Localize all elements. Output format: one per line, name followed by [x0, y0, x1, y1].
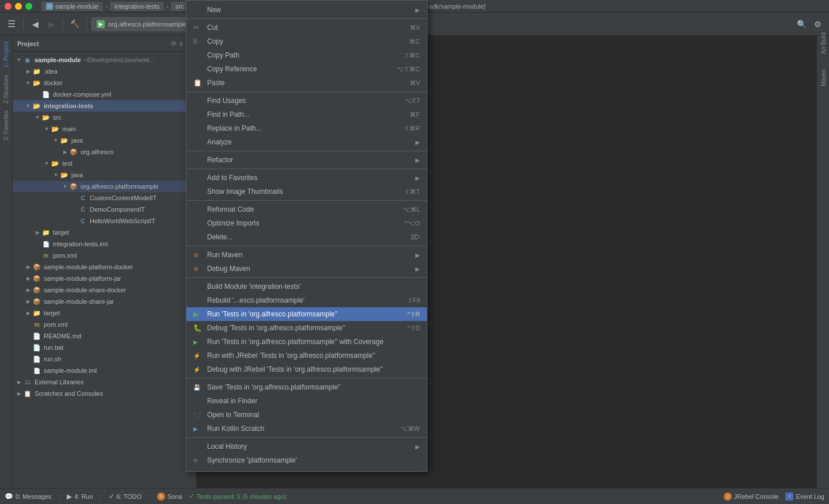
todo-status[interactable]: ✓ 6: TODO [109, 492, 142, 501]
expand-arrow[interactable]: ▼ [33, 114, 41, 120]
maven-icon[interactable]: Maven [818, 72, 828, 83]
menu-item-open-terminal[interactable]: ⬛ Open in Terminal [186, 408, 427, 422]
jrebel-console-status[interactable]: J JRebel Console [724, 492, 779, 501]
tree-item-docker[interactable]: ▼ 📂 docker [13, 77, 196, 89]
expand-arrow[interactable]: ▶ [15, 391, 23, 396]
menu-item-reformat[interactable]: Reformat Code ⌥⌘L [186, 203, 427, 216]
build-btn[interactable]: 🔨 [68, 17, 82, 31]
expand-arrow[interactable]: ▶ [24, 299, 32, 304]
maximize-button[interactable] [25, 3, 32, 10]
expand-arrow[interactable]: ▼ [15, 57, 23, 63]
expand-arrow[interactable]: ▶ [24, 264, 32, 270]
tree-item-sample-module[interactable]: ▼ ◉ sample-module ~/Development/Java/wor… [13, 54, 196, 66]
back-btn[interactable]: ◀ [28, 17, 42, 31]
tree-item-java-main[interactable]: ▼ 📂 java [13, 135, 196, 146]
messages-status[interactable]: 💬 0: Messages [5, 492, 51, 501]
settings-panel-icon[interactable]: ≡ [179, 40, 183, 48]
tree-item-run-sh[interactable]: ▶ 📄 run.sh [13, 353, 196, 365]
tree-item-share-docker[interactable]: ▶ 📦 sample-module-share-docker [13, 284, 196, 296]
tree-item-java-test[interactable]: ▼ 📂 java [13, 169, 196, 181]
art-build-icon[interactable]: Art Build [818, 38, 828, 48]
favorites-tool-tab[interactable]: 2: Favorites [2, 107, 10, 144]
expand-arrow[interactable]: ▼ [52, 172, 60, 178]
tree-item-org-alfresco[interactable]: ▶ 📦 org.alfresco [13, 146, 196, 158]
menu-item-analyze[interactable]: Analyze ▶ [186, 135, 427, 149]
tab-integration-tests[interactable]: integration-tests [110, 2, 164, 11]
tree-item-integration-tests[interactable]: ▼ 📂 integration-tests [13, 100, 196, 112]
expand-arrow[interactable]: ▶ [15, 379, 23, 385]
tree-item-external-libs[interactable]: ▶ 🗂 External Libraries [13, 376, 196, 388]
tree-item-HelloWorldWebScriptIT[interactable]: ▶ C HelloWorldWebScriptIT [13, 215, 196, 227]
tree-item-target-it[interactable]: ▶ 📁 target [13, 227, 196, 238]
forward-btn[interactable]: ▶ [44, 17, 58, 31]
tree-item-target[interactable]: ▶ 📁 target [13, 307, 196, 319]
expand-arrow[interactable]: ▶ [33, 230, 41, 235]
tree-item-platform-docker[interactable]: ▶ 📦 sample-module-platform-docker [13, 261, 196, 273]
menu-item-delete[interactable]: Delete... ⌦ [186, 230, 427, 244]
menu-btn[interactable]: ☰ [5, 17, 18, 31]
menu-item-cut[interactable]: ✂ Cut ⌘X [186, 21, 427, 35]
menu-item-run-coverage[interactable]: ▶ Run 'Tests in 'org.alfresco.platformsa… [186, 335, 427, 349]
tree-item-DemoComponentIT[interactable]: ▶ C DemoComponentIT [13, 204, 196, 215]
expand-arrow[interactable]: ▶ [61, 149, 69, 155]
tab-sample-module[interactable]: m sample-module [41, 2, 103, 11]
menu-item-rebuild[interactable]: Rebuild '...esco.platformsample' ⇧F9 [186, 293, 427, 307]
menu-item-paste[interactable]: 📋 Paste ⌘V [186, 76, 427, 90]
tree-item-docker-compose[interactable]: ▶ 📄 docker-compose.yml [13, 89, 196, 100]
tree-item-sample-iml[interactable]: ▶ 📄 sample-module.iml [13, 365, 196, 376]
tree-item-readme[interactable]: ▶ 📄 README.md [13, 330, 196, 342]
menu-item-image-thumbnails[interactable]: Show Image Thumbnails ⇧⌘T [186, 185, 427, 198]
tree-item-src[interactable]: ▼ 📂 src [13, 112, 196, 123]
menu-item-copy-reference[interactable]: Copy Reference ⌥⇧⌘C [186, 62, 427, 76]
tree-item-org-alfresco-platformsample[interactable]: ▼ 📦 org.alfresco.platformsample [13, 181, 196, 192]
tree-item-CustomContentModelIT[interactable]: ▶ C CustomContentModelIT [13, 192, 196, 204]
menu-item-new[interactable]: New ▶ [186, 3, 427, 17]
menu-item-run-jrebel[interactable]: ⚡ Run with JRebel 'Tests in 'org.alfresc… [186, 349, 427, 362]
tree-item-pom-it[interactable]: ▶ m pom.xml [13, 250, 196, 261]
menu-item-debug-tests[interactable]: 🐛 Debug 'Tests in 'org.alfresco.platform… [186, 321, 427, 335]
tree-item-run-bat[interactable]: ▶ 📄 run.bat [13, 342, 196, 353]
expand-arrow[interactable]: ▶ [24, 276, 32, 281]
search-btn[interactable]: 🔍 [794, 17, 808, 31]
tree-item-integration-tests-iml[interactable]: ▶ 📄 integration-tests.iml [13, 238, 196, 250]
menu-item-synchronize[interactable]: ⟳ Synchronize 'platformsample' [186, 453, 427, 467]
run-status[interactable]: ▶ 4: Run [67, 492, 93, 501]
menu-item-find-usages[interactable]: Find Usages ⌥F7 [186, 94, 427, 108]
menu-item-copy[interactable]: ⎘ Copy ⌘C [186, 35, 427, 48]
menu-item-find-in-path[interactable]: Find in Path... ⌘F [186, 108, 427, 121]
menu-item-run-maven[interactable]: ⚙ Run Maven ▶ [186, 248, 427, 262]
expand-arrow[interactable]: ▶ [24, 68, 32, 74]
menu-item-replace-in-path[interactable]: Replace in Path... ⇧⌘R [186, 121, 427, 135]
menu-item-debug-maven[interactable]: ⚙ Debug Maven ▶ [186, 262, 427, 276]
expand-arrow[interactable]: ▶ [24, 310, 32, 316]
menu-item-optimize-imports[interactable]: Optimize Imports ^⌥O [186, 216, 427, 230]
menu-item-copy-path[interactable]: Copy Path ⇧⌘C [186, 48, 427, 62]
settings-btn[interactable]: ⚙ [811, 17, 824, 31]
expand-arrow[interactable]: ▼ [43, 161, 51, 166]
menu-item-save-tests[interactable]: 💾 Save 'Tests in 'org.alfresco.platforms… [186, 380, 427, 394]
menu-item-reveal-finder[interactable]: Reveal in Finder [186, 394, 427, 408]
project-tool-tab[interactable]: 1: Project [2, 38, 10, 71]
minimize-button[interactable] [15, 3, 22, 10]
tree-item-platform-jar[interactable]: ▶ 📦 sample-module-platform-jar [13, 273, 196, 284]
event-log-status[interactable]: i Event Log [785, 492, 824, 501]
structure-tool-tab[interactable]: Z-Structure [2, 71, 10, 107]
expand-arrow[interactable]: ▼ [43, 126, 51, 132]
sonar-status[interactable]: S Sona [157, 492, 182, 501]
expand-arrow[interactable]: ▼ [52, 138, 60, 143]
menu-item-debug-jrebel[interactable]: ⚡ Debug with JRebel 'Tests in 'org.alfre… [186, 362, 427, 376]
menu-item-refactor[interactable]: Refactor ▶ [186, 153, 427, 167]
menu-item-edit-scopes[interactable]: Edit Scopes... [186, 467, 427, 472]
menu-item-add-favorites[interactable]: Add to Favorites ▶ [186, 171, 427, 185]
expand-arrow[interactable]: ▼ [24, 80, 32, 86]
tree-item-main[interactable]: ▼ 📂 main [13, 123, 196, 135]
sync-icon[interactable]: ⟳ [171, 40, 177, 48]
tree-item-test[interactable]: ▼ 📂 test [13, 158, 196, 169]
tree-item-idea[interactable]: ▶ 📁 .idea [13, 66, 196, 77]
tree-item-pom[interactable]: ▶ m pom.xml [13, 319, 196, 330]
close-button[interactable] [5, 3, 12, 10]
expand-arrow[interactable]: ▶ [24, 287, 32, 293]
expand-arrow[interactable]: ▼ [61, 184, 69, 189]
menu-item-build-module[interactable]: Build Module 'integration-tests' [186, 280, 427, 293]
menu-item-local-history[interactable]: Local History ▶ [186, 440, 427, 453]
